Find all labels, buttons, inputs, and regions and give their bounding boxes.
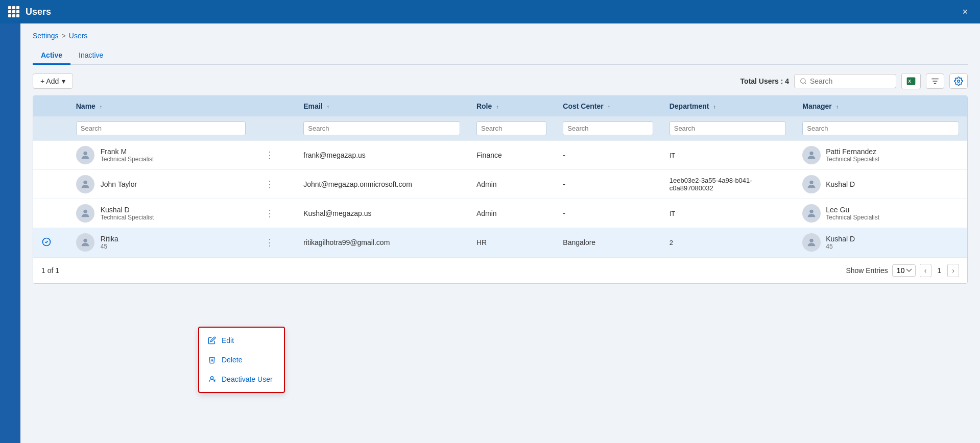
- manager-name: Kushal D: [826, 235, 855, 243]
- tab-active[interactable]: Active: [33, 47, 70, 65]
- search-cell-role[interactable]: [468, 116, 555, 141]
- close-button[interactable]: ×: [958, 5, 972, 19]
- add-button[interactable]: + Add ▾: [33, 73, 73, 89]
- search-input-email[interactable]: [303, 121, 460, 135]
- context-menu-deactivate[interactable]: Deactivate User: [199, 370, 284, 389]
- col-header-name[interactable]: Name ↑: [68, 96, 254, 116]
- avatar: [76, 175, 94, 193]
- manager-subtitle: Technical Specialist: [826, 156, 879, 163]
- edit-label: Edit: [222, 336, 234, 344]
- search-cell-name[interactable]: [68, 116, 254, 141]
- user-email-cell: Johnt@megazap.onmicrosoft.com: [295, 170, 468, 199]
- user-info: Kushal D Technical Specialist: [101, 206, 154, 221]
- user-name-cell: John Taylor: [68, 170, 254, 199]
- selected-check-icon: [41, 237, 52, 247]
- manager-avatar: [802, 146, 821, 164]
- table-footer: 1 of 1 Show Entries 10 25 50 ‹ 1 ›: [33, 257, 967, 283]
- settings-button[interactable]: [949, 73, 968, 89]
- page-next-button[interactable]: ›: [947, 264, 959, 277]
- search-input-costcenter[interactable]: [563, 121, 653, 135]
- entries-select[interactable]: 10 25 50: [892, 264, 916, 277]
- row-context-menu-trigger[interactable]: ⋮: [262, 149, 277, 161]
- row-context-menu-trigger[interactable]: ⋮: [262, 236, 277, 249]
- row-menu-cell[interactable]: ⋮: [254, 228, 295, 257]
- row-select-cell: [33, 199, 68, 228]
- manager-subtitle: Technical Specialist: [826, 214, 879, 221]
- user-costcenter-cell: -: [555, 199, 661, 228]
- search-cell-manager[interactable]: [794, 116, 967, 141]
- user-manager-cell: Lee Gu Technical Specialist: [794, 199, 967, 228]
- col-header-manager[interactable]: Manager ↑: [794, 96, 967, 116]
- breadcrumb-settings[interactable]: Settings: [33, 32, 59, 40]
- svg-point-13: [810, 210, 814, 213]
- col-header-email[interactable]: Email ↑: [295, 96, 468, 116]
- table-row[interactable]: Ritika 45 ⋮ritikagilhotra99@gmail.comHRB…: [33, 228, 967, 257]
- search-input-role[interactable]: [476, 121, 546, 135]
- svg-point-12: [83, 210, 87, 213]
- table-row[interactable]: Kushal D Technical Specialist ⋮Kushal@me…: [33, 199, 967, 228]
- global-search-input[interactable]: [810, 77, 887, 85]
- page-info: 1 of 1: [41, 266, 59, 275]
- table-row[interactable]: Frank M Technical Specialist ⋮frank@mega…: [33, 141, 967, 170]
- row-menu-cell[interactable]: ⋮: [254, 141, 295, 170]
- users-table-container: Name ↑ Email ↑ Role ↑ Cos: [33, 95, 968, 284]
- search-cell-email[interactable]: [295, 116, 468, 141]
- gear-icon: [954, 77, 963, 86]
- user-cell: John Taylor: [76, 175, 246, 193]
- search-input-name[interactable]: [76, 121, 246, 135]
- tabs-container: Active Inactive: [33, 47, 968, 65]
- row-context-menu-trigger[interactable]: ⋮: [262, 178, 277, 190]
- user-email: frank@megazap.us: [303, 151, 366, 159]
- search-cell-dept[interactable]: [661, 116, 795, 141]
- search-input-dept[interactable]: [670, 121, 786, 135]
- grid-icon[interactable]: [8, 6, 19, 17]
- pagination: Show Entries 10 25 50 ‹ 1 ›: [846, 264, 959, 277]
- row-menu-cell[interactable]: ⋮: [254, 199, 295, 228]
- context-menu-edit[interactable]: Edit: [199, 331, 284, 350]
- row-select-cell: [33, 170, 68, 199]
- col-header-role[interactable]: Role ↑: [468, 96, 555, 116]
- col-name-label: Name: [76, 102, 95, 110]
- show-entries-label: Show Entries: [846, 266, 888, 275]
- svg-point-17: [210, 377, 213, 379]
- col-header-costcenter[interactable]: Cost Center ↑: [555, 96, 661, 116]
- search-cell-costcenter[interactable]: [555, 116, 661, 141]
- col-email-sort: ↑: [327, 104, 330, 110]
- user-role: Admin: [476, 209, 497, 217]
- user-costcenter: Bangalore: [563, 238, 595, 247]
- left-accent-bar: [0, 23, 20, 443]
- user-email: ritikagilhotra99@gmail.com: [303, 238, 390, 247]
- user-name: Kushal D: [101, 206, 154, 214]
- col-email-label: Email: [303, 102, 322, 110]
- manager-name: Patti Fernandez: [826, 147, 879, 156]
- manager-subtitle: 45: [826, 243, 855, 250]
- tab-inactive[interactable]: Inactive: [70, 47, 111, 65]
- col-header-dept[interactable]: Department ↑: [661, 96, 795, 116]
- global-search-box[interactable]: [794, 74, 896, 88]
- column-filter-button[interactable]: [926, 73, 944, 89]
- user-email: Kushal@megazap.us: [303, 209, 371, 217]
- table-row[interactable]: John Taylor ⋮Johnt@megazap.onmicrosoft.c…: [33, 170, 967, 199]
- user-manager-cell: Patti Fernandez Technical Specialist: [794, 141, 967, 170]
- row-context-menu-trigger[interactable]: ⋮: [262, 207, 277, 219]
- search-input-manager[interactable]: [802, 121, 959, 135]
- excel-export-button[interactable]: X: [901, 73, 921, 89]
- breadcrumb: Settings > Users: [33, 32, 968, 40]
- user-name-cell: Kushal D Technical Specialist: [68, 199, 254, 228]
- row-menu-cell[interactable]: ⋮: [254, 170, 295, 199]
- svg-point-16: [810, 239, 814, 242]
- user-manager-cell: Kushal D: [794, 170, 967, 199]
- page-prev-button[interactable]: ‹: [920, 264, 931, 277]
- title-bar-grid: Users: [8, 6, 958, 17]
- user-info: Ritika 45: [101, 235, 118, 250]
- manager-info: Kushal D: [826, 180, 855, 188]
- col-costcenter-label: Cost Center: [563, 102, 603, 110]
- user-email: Johnt@megazap.onmicrosoft.com: [303, 180, 412, 188]
- user-name: John Taylor: [101, 180, 137, 188]
- col-role-label: Role: [476, 102, 492, 110]
- user-dept-cell: IT: [661, 141, 795, 170]
- user-subtitle: 45: [101, 243, 118, 250]
- col-manager-sort: ↑: [836, 104, 839, 110]
- context-menu-delete[interactable]: Delete: [199, 350, 284, 370]
- user-role: HR: [476, 238, 487, 247]
